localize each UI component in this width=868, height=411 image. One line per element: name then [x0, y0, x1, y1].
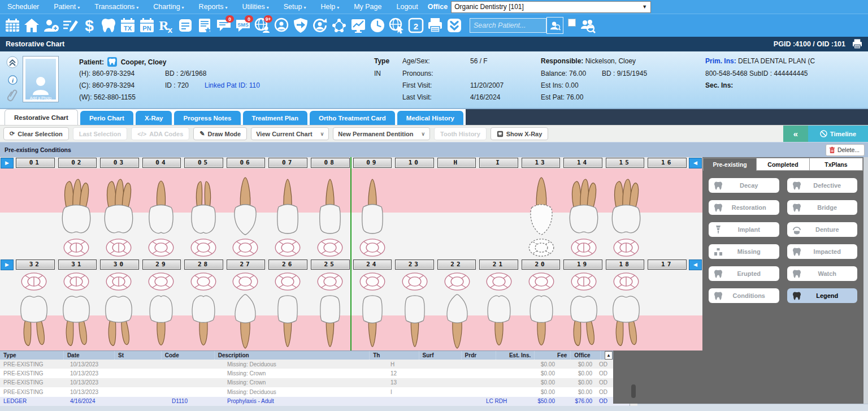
- occlusal-view-29[interactable]: [147, 271, 175, 292]
- menu-item-reports[interactable]: Reports▾: [192, 3, 235, 11]
- connections-icon[interactable]: [329, 15, 349, 36]
- table-row[interactable]: PRE-EXISTING10/13/2023Missing: Deciduous…: [0, 360, 630, 369]
- tooth-20[interactable]: [520, 270, 563, 351]
- table-row[interactable]: PRE-EXISTING10/13/2023Missing: Crown13$0…: [0, 378, 630, 387]
- tooth-button-07[interactable]: 07: [268, 158, 307, 168]
- clear-selection-button[interactable]: ⟳Clear Selection: [3, 127, 69, 140]
- tooth-25[interactable]: [309, 270, 351, 351]
- menu-item-charting[interactable]: Charting▾: [146, 3, 191, 11]
- tooth-08[interactable]: [309, 168, 351, 259]
- tooth-18[interactable]: [605, 270, 647, 351]
- tooth-2-icon[interactable]: 2: [406, 15, 426, 36]
- add-patient-icon[interactable]: [41, 15, 60, 36]
- tooth-graphic-04[interactable]: [144, 176, 178, 235]
- occlusal-view-25[interactable]: [316, 271, 344, 292]
- tooth-graphic-31[interactable]: [59, 294, 93, 349]
- sms-icon[interactable]: SMS0: [233, 15, 253, 36]
- tooth-graphic-02[interactable]: [59, 176, 93, 235]
- occlusal-view-04[interactable]: [147, 237, 175, 258]
- menu-item-transactions[interactable]: Transactions▾: [87, 3, 146, 11]
- add-photo-box[interactable]: Add a Photo: [23, 56, 59, 102]
- messages-icon[interactable]: 0: [214, 15, 233, 36]
- column-header-n[interactable]: N: [601, 351, 605, 360]
- occlusal-view-22[interactable]: [443, 271, 471, 292]
- tooth-button-28[interactable]: 28: [184, 259, 223, 270]
- menu-item-logout[interactable]: Logout: [389, 3, 425, 11]
- printer-icon[interactable]: [426, 15, 445, 36]
- occlusal-view-06[interactable]: [231, 237, 259, 258]
- home-icon[interactable]: [22, 15, 41, 36]
- occlusal-view-05[interactable]: [189, 237, 218, 258]
- collapse-sidebar-button[interactable]: «: [783, 126, 808, 142]
- tooth-17[interactable]: [647, 270, 689, 351]
- denture-button[interactable]: Denture: [787, 222, 858, 237]
- tooth-graphic-27[interactable]: [228, 294, 262, 349]
- lower-scroll-left-button[interactable]: ▶: [1, 259, 14, 270]
- tooth-graphic-30[interactable]: [102, 294, 136, 349]
- draw-mode-button[interactable]: ✎Draw Mode: [193, 127, 247, 140]
- tooth-button-06[interactable]: 06: [227, 158, 266, 168]
- sidebar-tab-txplans[interactable]: TxPlans: [810, 158, 863, 171]
- edit-chart-icon[interactable]: [60, 15, 80, 36]
- delete-button[interactable]: Delete...: [826, 144, 865, 156]
- tooth-button-32[interactable]: 32: [16, 259, 55, 270]
- tooth-history-button[interactable]: Tooth History: [434, 127, 487, 140]
- tooth-graphic-29[interactable]: [144, 294, 178, 349]
- tooth-button-I[interactable]: I: [479, 158, 518, 168]
- occlusal-view-32[interactable]: [20, 271, 48, 292]
- tooth-button-17[interactable]: 17: [648, 259, 687, 270]
- info-icon[interactable]: i: [8, 75, 18, 85]
- column-header-th[interactable]: Th: [370, 351, 419, 360]
- tooth-button-10[interactable]: 10: [395, 158, 434, 168]
- tooth-graphic-28[interactable]: [186, 294, 220, 349]
- tooth-button-30[interactable]: 30: [100, 259, 139, 270]
- erupted-button[interactable]: Erupted: [709, 266, 779, 281]
- tooth-button-23[interactable]: 23: [395, 259, 434, 270]
- tooth-27[interactable]: [224, 270, 267, 351]
- occlusal-view-15[interactable]: [612, 237, 640, 258]
- tooth-button-16[interactable]: 16: [648, 158, 687, 168]
- tab-treatment-plan[interactable]: Treatment Plan: [243, 111, 307, 125]
- menu-item-my-page[interactable]: My Page: [346, 3, 389, 11]
- tooth-graphic-13[interactable]: [524, 176, 558, 235]
- occlusal-view-23[interactable]: [401, 271, 429, 292]
- tooth-32[interactable]: [13, 270, 55, 351]
- occlusal-view-09[interactable]: [358, 237, 387, 258]
- search-option-checkbox[interactable]: [568, 19, 576, 27]
- column-header-prdr[interactable]: Prdr: [462, 351, 497, 360]
- column-header-date[interactable]: Date: [64, 351, 115, 360]
- tooth-10[interactable]: [393, 168, 436, 259]
- tooth-button-22[interactable]: 22: [437, 259, 476, 270]
- occlusal-view-03[interactable]: [105, 237, 133, 258]
- implant-button[interactable]: Implant: [709, 222, 779, 237]
- tab-restorative-chart[interactable]: Restorative Chart: [5, 109, 78, 125]
- tooth-button-09[interactable]: 09: [353, 158, 392, 168]
- tooth-graphic-14[interactable]: [567, 176, 601, 235]
- ada-codes-button[interactable]: </>ADA Codes: [131, 127, 189, 140]
- tooth-graphic-32[interactable]: [17, 294, 51, 349]
- tooth-button-08[interactable]: 08: [311, 158, 350, 168]
- tooth-button-19[interactable]: 19: [563, 259, 602, 270]
- shield-arrow-icon[interactable]: [291, 15, 310, 36]
- print-icon[interactable]: [851, 38, 863, 50]
- lower-scroll-right-button[interactable]: ◀: [689, 259, 702, 270]
- occlusal-view-31[interactable]: [62, 271, 90, 292]
- tab-ortho-treatment-card[interactable]: Ortho Treatment Card: [310, 111, 395, 125]
- tooth-button-25[interactable]: 25: [311, 259, 350, 270]
- watch-button[interactable]: Watch: [787, 266, 858, 281]
- column-header-st[interactable]: St: [115, 351, 162, 360]
- tooth-03[interactable]: [98, 168, 140, 259]
- tooth-21[interactable]: [478, 270, 520, 351]
- tooth-15[interactable]: [605, 168, 647, 259]
- attachment-paperclip-icon[interactable]: [7, 89, 18, 102]
- tooth-graphic-05[interactable]: [186, 176, 220, 235]
- tooth-01[interactable]: [13, 168, 55, 259]
- show-x-ray-button[interactable]: Show X-Ray: [491, 127, 549, 140]
- upper-scroll-left-button[interactable]: ▶: [1, 158, 14, 168]
- tooth-icon[interactable]: [99, 15, 118, 36]
- pn-calendar-icon[interactable]: PN: [137, 15, 157, 36]
- tooth-button-03[interactable]: 03: [100, 158, 139, 168]
- column-header-office[interactable]: Office: [571, 351, 600, 360]
- search-input[interactable]: [470, 18, 546, 33]
- tooth-29[interactable]: [140, 270, 182, 351]
